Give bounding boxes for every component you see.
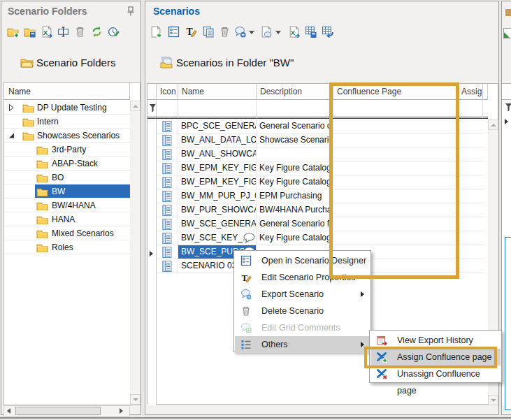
menu-item-delete-scenario[interactable]: Delete Scenario — [235, 303, 370, 319]
table-row-bw-epm-key-fig-[interactable]: BW_EPM_KEY_FIG...Key Figure Catalog... — [157, 161, 483, 175]
copy-scenario-button[interactable] — [203, 26, 215, 38]
rename-button[interactable] — [57, 26, 70, 38]
tree-item-bw-4hana[interactable]: BW/4HANA — [4, 198, 130, 212]
tree-item-intern[interactable]: Intern — [4, 115, 130, 129]
pin-icon[interactable] — [127, 6, 135, 16]
menu-item-open-in-scenario-designer[interactable]: Open in Scenario Designer — [235, 252, 370, 269]
tree-item-bw[interactable]: BW — [4, 184, 130, 198]
scenario-doc-icon — [162, 233, 172, 244]
right-panel-fragment — [501, 1, 511, 415]
tree-scroll-down-button[interactable] — [130, 394, 141, 405]
tree-item-dp-update-testing[interactable]: DP Update Testing — [4, 101, 130, 115]
cell-icon — [157, 203, 178, 217]
export-document-icon — [260, 26, 272, 38]
cell-confluence-page — [333, 203, 458, 217]
delete-button[interactable] — [74, 26, 87, 38]
scenario-doc-icon — [162, 191, 172, 202]
tree-column-header[interactable]: Name — [4, 83, 130, 100]
menu-item-export-scenario[interactable]: Export Scenario — [235, 286, 370, 303]
table-row-bpc-sce-genera-[interactable]: BPC_SCE_GENERA...General Scenario o... — [157, 120, 483, 133]
save-folder-button[interactable] — [24, 26, 36, 38]
export-excel-button[interactable]: X — [288, 26, 301, 38]
edit-properties-button[interactable]: T — [185, 26, 198, 38]
add-folder-button[interactable] — [7, 26, 20, 38]
copy-scenario-icon — [203, 26, 215, 38]
grid-comments-icon — [240, 322, 252, 333]
column-header-name[interactable]: Name — [178, 84, 257, 100]
tree-item-label: Showcases Scenarios — [37, 129, 120, 143]
comment-bubble-icon — [243, 233, 255, 243]
filter-cell[interactable] — [458, 100, 483, 117]
filter-cell[interactable] — [333, 100, 458, 117]
scenario-doc-icon — [162, 219, 172, 230]
column-header-icon[interactable]: Icon — [157, 84, 178, 100]
tree-item-mixed-scenarios[interactable]: Mixed Scenarios — [4, 226, 130, 240]
filter-cell[interactable] — [178, 100, 257, 117]
filter-cell[interactable] — [257, 100, 333, 117]
table-row-bw-mm-pur-pj-01[interactable]: BW_MM_PUR_PJ_01EPM Purchasing — [157, 189, 483, 203]
save-grid-button[interactable] — [305, 26, 317, 38]
submenu-item-label: Assign Confluence page — [397, 349, 492, 365]
cell-name: BW_ANL_SHOWCA... — [178, 147, 257, 161]
cell-assignment — [458, 203, 483, 217]
table-row-bw-sce-general-[interactable]: BW_SCE_GENERAL...General Scenario f... — [157, 217, 483, 231]
tree-item-roles[interactable]: Roles — [4, 240, 130, 254]
add-comment-button[interactable] — [234, 26, 247, 38]
table-row-bw-sce-key-[interactable]: BW_SCE_KEY_...Key Figure Catalog... — [157, 231, 483, 245]
tree-scroll-up-button[interactable] — [130, 101, 141, 111]
submenu-arrow-icon — [361, 291, 364, 297]
submenu-item-view-export-history[interactable]: View Export History — [370, 332, 501, 349]
tree-item-abap-stack[interactable]: ABAP-Stack — [4, 157, 130, 171]
table-row-bw-pur-showca-[interactable]: BW_PUR_SHOWCA...BW/4HANA Purcha... — [157, 203, 483, 217]
cell-description: EPM Purchasing — [257, 189, 333, 203]
cell-assignment — [458, 189, 483, 203]
delete-button[interactable] — [219, 26, 231, 38]
table-row-bw-epm-key-fig-[interactable]: BW_EPM_KEY_FIG...Key Figure Catalog — [157, 175, 483, 189]
filter-row[interactable] — [147, 100, 488, 117]
new-scenario-button[interactable] — [150, 26, 162, 38]
right-row-indicator — [505, 119, 508, 124]
add-comment-dropdown[interactable] — [249, 31, 254, 34]
expand-collapsed-icon[interactable] — [8, 104, 15, 111]
window-bottom-edge — [0, 417, 511, 419]
tree-horizontal-scrollbar[interactable] — [3, 405, 130, 417]
cell-description — [257, 147, 333, 161]
table-row-bw-anl-showca-[interactable]: BW_ANL_SHOWCA... — [157, 147, 483, 161]
open-designer-button[interactable] — [168, 26, 180, 38]
cell-description: General Scenario o... — [257, 120, 333, 133]
filter-cell[interactable] — [157, 100, 178, 117]
column-header-assig-[interactable]: Assig... — [458, 84, 483, 100]
refresh-button[interactable] — [91, 26, 103, 38]
tree-item-bo[interactable]: BO — [4, 171, 130, 184]
table-row-bw-anl-data-lo-[interactable]: BW_ANL_DATA_LO...Showcase Scenario... — [157, 133, 483, 147]
tree-vertical-scrollbar[interactable] — [130, 101, 141, 405]
export-excel-button[interactable]: X — [41, 26, 53, 38]
schedule-check-button[interactable] — [108, 26, 120, 38]
right-panel-selected-cell-fragment — [505, 237, 511, 410]
import-grid-button[interactable] — [322, 26, 334, 38]
submenu-item-assign-confluence-page[interactable]: Assign Confluence page — [370, 349, 501, 365]
tree-item-showcases-scenarios[interactable]: Showcases Scenarios — [4, 129, 130, 143]
menu-item-edit-scenario-properties[interactable]: TEdit Scenario Properties — [235, 269, 370, 286]
cell-icon — [157, 147, 178, 161]
submenu-item-unassign-confluence-page[interactable]: Unassign Confluence page — [370, 365, 501, 382]
export-document-button[interactable] — [260, 26, 273, 38]
tree-item-hana[interactable]: HANA — [4, 212, 130, 226]
cell-assignment — [458, 175, 483, 189]
right-panel-title-fragment — [505, 9, 511, 16]
export-document-dropdown[interactable] — [275, 31, 281, 34]
tree-hscroll-thumb[interactable] — [15, 407, 101, 415]
table-scroll-up-button[interactable] — [488, 120, 498, 130]
cell-name: BW_MM_PUR_PJ_01 — [178, 189, 257, 203]
tree-scroll-left-button[interactable] — [4, 406, 14, 416]
tree-item-3rd-party[interactable]: 3rd-Party — [4, 143, 130, 157]
expand-expanded-icon[interactable] — [8, 132, 15, 139]
menu-item-others[interactable]: Others — [235, 336, 370, 353]
column-header-description[interactable]: Description — [257, 84, 333, 100]
cell-description: General Scenario f... — [257, 217, 333, 231]
menu-item-label: Others — [261, 336, 288, 353]
column-header-confluence-page[interactable]: Confluence Page — [333, 84, 458, 100]
tree-scroll-right-button[interactable] — [116, 406, 126, 416]
cell-assignment — [458, 161, 483, 175]
open-folder-icon — [20, 57, 34, 68]
